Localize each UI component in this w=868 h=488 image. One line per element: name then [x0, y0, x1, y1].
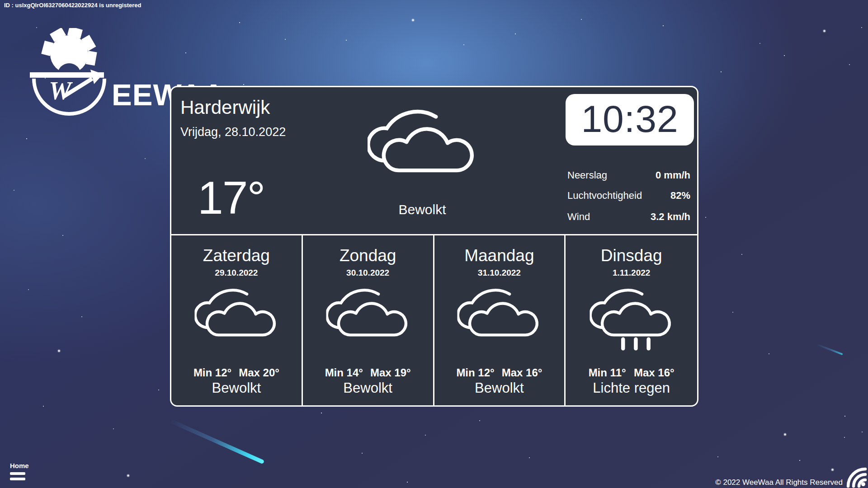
- forecast-condition: Lichte regen: [566, 380, 697, 396]
- shooting-star: [169, 418, 264, 464]
- cloudy-icon: [326, 280, 410, 352]
- forecast-day: Dinsdag: [566, 246, 697, 265]
- menu-bar-icon: [10, 478, 25, 480]
- clock: 10:32: [566, 94, 694, 145]
- forecast-day: Maandag: [434, 246, 565, 265]
- stat-label: Luchtvochtigheid: [567, 190, 642, 202]
- stat-label: Neerslag: [567, 169, 607, 181]
- max-temp: Max 19°: [370, 366, 411, 379]
- forecast-cell-dinsdag: Dinsdag 1.11.2022 Min 11° Max 16° Lichte…: [566, 235, 697, 405]
- forecast-date: 29.10.2022: [171, 268, 302, 278]
- stat-value: 3.2 km/h: [651, 211, 690, 223]
- background-bright-stars: [0, 0, 1, 1]
- cloudy-icon: [194, 280, 278, 352]
- forecast-cell-maandag: Maandag 31.10.2022 Min 12° Max 16° Bewol…: [434, 235, 566, 405]
- forecast-condition: Bewolkt: [303, 380, 433, 396]
- current-weather-panel: Harderwijk Vrijdag, 28.10.2022 17° Bewol…: [171, 87, 697, 235]
- current-condition: Bewolkt: [354, 202, 490, 217]
- cloudy-icon: [368, 99, 477, 183]
- forecast-row: Zaterdag 29.10.2022 Min 12° Max 20° Bewo…: [171, 235, 697, 405]
- min-temp: Min 14°: [325, 366, 363, 379]
- current-temperature: 17°: [198, 175, 264, 221]
- stat-precipitation: Neerslag 0 mm/h: [567, 169, 690, 181]
- cloudy-icon: [458, 280, 541, 352]
- stat-label: Wind: [567, 211, 590, 223]
- max-temp: Max 16°: [634, 366, 675, 379]
- home-label: Home: [10, 462, 29, 469]
- forecast-cell-zondag: Zondag 30.10.2022 Min 14° Max 19° Bewolk…: [303, 235, 434, 405]
- weather-card: Harderwijk Vrijdag, 28.10.2022 17° Bewol…: [170, 86, 698, 407]
- max-temp: Max 20°: [239, 366, 279, 379]
- light-rain-icon: [590, 280, 673, 352]
- gear-icon: [41, 28, 97, 73]
- forecast-date: 31.10.2022: [434, 268, 565, 278]
- min-temp: Min 12°: [456, 366, 494, 379]
- min-temp: Min 11°: [589, 366, 626, 379]
- forecast-cell-zaterdag: Zaterdag 29.10.2022 Min 12° Max 20° Bewo…: [171, 235, 303, 405]
- copyright-text: © 2022 WeeWaa All Rights Reserved: [715, 478, 843, 487]
- wifi-signal-icon: [839, 462, 868, 488]
- current-date: Vrijdag, 28.10.2022: [180, 125, 286, 139]
- weewaa-logo: W: [26, 28, 108, 117]
- min-temp: Min 12°: [193, 366, 231, 379]
- max-temp: Max 16°: [502, 366, 542, 379]
- forecast-condition: Bewolkt: [434, 380, 565, 396]
- stat-value: 0 mm/h: [656, 169, 690, 181]
- shooting-star-small: [816, 343, 843, 355]
- city-name: Harderwijk: [180, 97, 270, 118]
- gear-compass-logo-icon: W: [26, 28, 108, 117]
- stat-value: 82%: [670, 190, 690, 202]
- forecast-day: Zaterdag: [171, 246, 302, 265]
- forecast-day: Zondag: [303, 246, 433, 265]
- stat-humidity: Luchtvochtigheid 82%: [567, 190, 690, 202]
- forecast-date: 30.10.2022: [303, 268, 433, 278]
- unregistered-id-banner: ID : uslxgQIrOl6327060422022924 is unreg…: [4, 2, 142, 9]
- menu-bar-icon: [10, 472, 25, 475]
- forecast-date: 1.11.2022: [566, 268, 697, 278]
- stat-wind: Wind 3.2 km/h: [567, 211, 690, 223]
- forecast-condition: Bewolkt: [171, 380, 302, 396]
- home-menu-button[interactable]: Home: [10, 462, 29, 480]
